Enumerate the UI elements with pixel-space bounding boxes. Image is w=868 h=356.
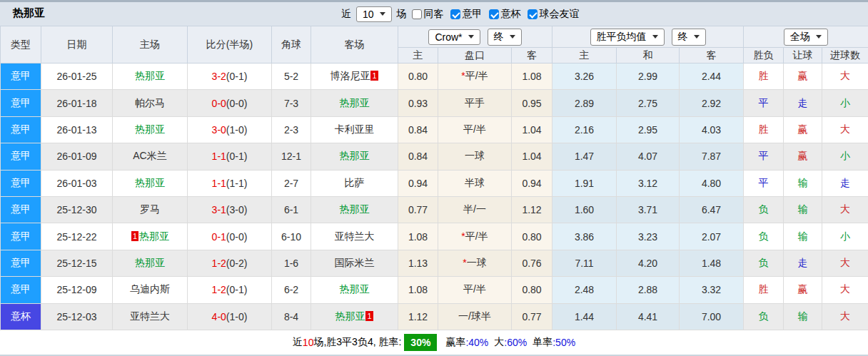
table-row: 意甲25-12-30罗马3-1(3-0)6-1热那亚0.77半/一1.121.6…: [1, 196, 868, 223]
full-score: 0-0: [212, 98, 226, 109]
corner-count: 6-1: [272, 196, 311, 223]
team-name: 比萨: [345, 177, 365, 188]
handicap-line: 一/球半: [438, 303, 512, 330]
score: 1-2(0-1): [188, 277, 272, 303]
table-row: 意甲26-01-18帕尔马0-0(0-0)7-3热那亚0.93平手0.952.8…: [1, 90, 868, 116]
col-odds-line: 盘口: [438, 48, 512, 63]
title-bar: 热那亚 近 10 场 同客意甲意杯球会友谊: [0, 2, 868, 26]
result-outcome: 平: [744, 143, 784, 170]
result-handicap: 走: [784, 250, 822, 276]
checkbox-icon[interactable]: [450, 9, 460, 19]
result-goals: 大: [822, 250, 868, 276]
page-title: 热那亚: [13, 6, 45, 20]
col-type: 类型: [1, 26, 41, 63]
scope-select[interactable]: 全场: [784, 29, 828, 46]
single-rate-value: :50%: [552, 337, 575, 348]
corner-count: 6-2: [272, 277, 311, 303]
result-outcome: 胜: [744, 277, 784, 303]
score: 4-0(1-0): [188, 303, 272, 330]
avg-home: 1.91: [552, 170, 617, 196]
handicap-odds-home: 0.84: [398, 143, 438, 170]
score: 3-1(3-0): [188, 196, 272, 223]
handicap-odds-away: 0.76: [512, 250, 552, 276]
team-name: 亚特兰大: [335, 230, 375, 242]
result-handicap: 走: [784, 90, 822, 116]
half-score: (0-0): [226, 231, 248, 243]
big-rate-label: 大: [494, 336, 504, 349]
recent-count-select[interactable]: 10: [356, 6, 392, 22]
handicap-line: 半球: [438, 170, 512, 196]
line-text: 平/半: [465, 230, 488, 242]
result-handicap: 赢: [784, 63, 822, 90]
col-corner: 角球: [272, 26, 311, 63]
home-team: AC米兰: [113, 143, 188, 170]
corner-count: 8-4: [272, 303, 311, 330]
result-outcome: 平: [744, 170, 784, 196]
col-away: 客场: [311, 26, 398, 63]
handicap-line: *平/半: [438, 63, 512, 90]
result-outcome: 负: [744, 223, 784, 250]
match-date: 26-01-09: [41, 143, 113, 170]
checkbox-icon[interactable]: [412, 9, 422, 19]
summary-near: 近: [293, 336, 303, 349]
avg-draw: 4.07: [617, 143, 680, 170]
handicap-odds-home: 1.12: [398, 303, 438, 330]
handicap-odds-away: 1.12: [512, 196, 552, 223]
corner-count: 2-7: [272, 170, 311, 196]
avg-draw: 2.95: [617, 116, 680, 143]
corner-count: 5-2: [272, 63, 311, 90]
line-text: 平/半: [463, 123, 486, 135]
avg-time-select[interactable]: 终: [672, 29, 706, 46]
checkbox-icon[interactable]: [489, 9, 499, 19]
odds-group-header: Crow* 终: [398, 26, 552, 48]
full-score: 1-1: [212, 151, 226, 162]
checkbox-icon[interactable]: [528, 9, 538, 19]
team-name: 热那亚: [135, 70, 165, 81]
line-text: 半/一: [463, 203, 486, 215]
avg-home: 1.47: [552, 143, 617, 170]
card-badge: 1: [370, 71, 378, 81]
col-score: 比分(半场): [188, 26, 272, 63]
match-date: 26-01-03: [41, 170, 113, 196]
odds-time-select[interactable]: 终: [488, 29, 522, 46]
half-score: (0-0): [226, 98, 248, 109]
recent-count-value: 10: [363, 9, 374, 20]
col-date: 日期: [41, 26, 113, 63]
filter-checkbox-意甲[interactable]: 意甲: [450, 8, 483, 21]
avg-away: 4.80: [680, 170, 744, 196]
filter-checkbox-同客[interactable]: 同客: [412, 8, 444, 21]
handicap-rate-label: 赢率: [445, 336, 465, 349]
avg-away: 6.47: [680, 196, 744, 223]
table-row: 意甲26-01-25热那亚3-2(0-1)5-2博洛尼亚10.80*平/半1.0…: [1, 63, 868, 90]
filter-checkbox-意杯[interactable]: 意杯: [489, 8, 521, 21]
line-text: 一球: [467, 257, 487, 268]
filter-checkbox-球会友谊[interactable]: 球会友谊: [528, 8, 580, 21]
col-result-handicap: 让球: [784, 48, 822, 63]
handicap-odds-home: 0.84: [398, 116, 438, 143]
type-badge: 意甲: [1, 223, 41, 250]
type-badge: 意甲: [1, 250, 41, 276]
team-name: 热那亚: [340, 150, 370, 161]
full-score: 1-2: [212, 258, 226, 269]
avg-home: 2.48: [552, 277, 617, 303]
line-text: 平/半: [463, 283, 486, 295]
half-score: (1-0): [226, 311, 248, 322]
away-team: 博洛尼亚1: [311, 63, 398, 90]
avg-draw: 3.23: [617, 223, 680, 250]
home-team: 帕尔马: [113, 90, 188, 116]
team-name: 帕尔马: [135, 97, 165, 108]
type-badge: 意甲: [1, 196, 41, 223]
result-handicap: 输: [784, 223, 822, 250]
result-goals: 走: [822, 170, 868, 196]
handicap-line: 一球: [438, 143, 512, 170]
odds-source-select[interactable]: Crow*: [428, 29, 480, 45]
avg-source-select[interactable]: 胜平负均值: [590, 29, 665, 46]
checkbox-label: 同客: [424, 8, 444, 21]
score: 3-0(1-0): [188, 116, 272, 143]
team-name: 热那亚: [340, 203, 370, 215]
match-date: 25-12-09: [41, 277, 113, 303]
away-team: 卡利亚里: [311, 116, 398, 143]
table-row: 意杯25-12-03亚特兰大4-0(1-0)8-4热那亚11.12一/球半0.7…: [1, 303, 868, 330]
handicap-line: 平手: [438, 90, 512, 116]
full-score: 0-1: [212, 231, 226, 243]
